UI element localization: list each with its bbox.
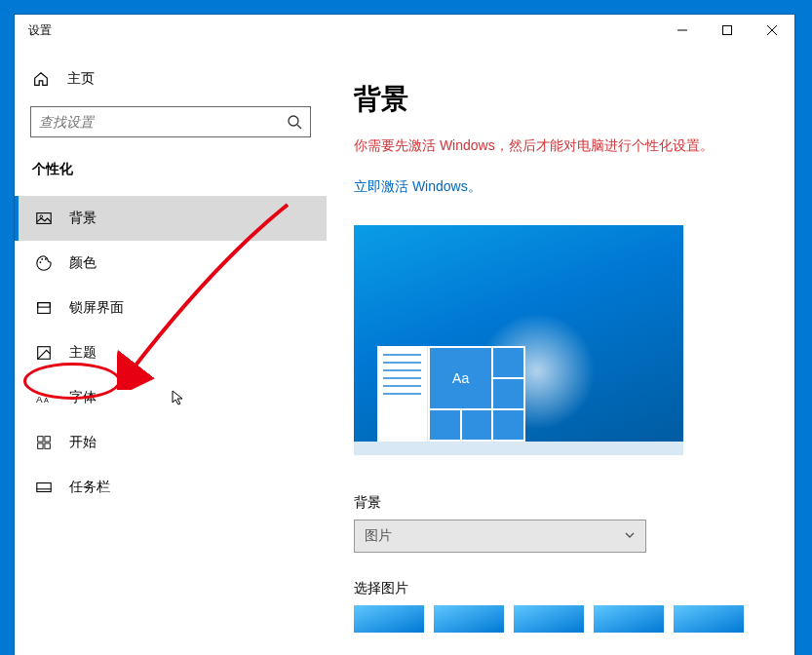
body-area: 主页 个性化 背景 (15, 46, 794, 655)
preview-taskbar (354, 442, 683, 455)
svg-text:A: A (36, 394, 43, 405)
taskbar-icon (34, 478, 54, 497)
wallpaper-thumb[interactable] (674, 605, 744, 633)
content-pane: 背景 你需要先激活 Windows，然后才能对电脑进行个性化设置。 立即激活 W… (327, 46, 794, 655)
preview-wallpaper: Aa (354, 225, 683, 455)
home-nav[interactable]: 主页 (15, 58, 327, 100)
activation-link[interactable]: 立即激活 Windows。 (354, 178, 767, 196)
sidebar-item-colors[interactable]: 颜色 (15, 241, 327, 286)
sidebar-item-label: 任务栏 (69, 479, 110, 496)
sidebar-item-themes[interactable]: 主题 (15, 330, 327, 375)
wallpaper-thumb[interactable] (514, 605, 584, 633)
svg-point-8 (40, 261, 42, 263)
svg-rect-6 (37, 213, 51, 224)
svg-rect-19 (45, 443, 50, 448)
minimize-button[interactable] (660, 15, 705, 46)
svg-line-5 (297, 125, 301, 129)
nav-list: 背景 颜色 锁屏界面 (15, 196, 327, 510)
preview-tile-text: Aa (430, 348, 491, 408)
sidebar-item-start[interactable]: 开始 (15, 420, 327, 465)
wallpaper-thumb[interactable] (594, 605, 664, 633)
home-icon (32, 70, 50, 88)
sidebar-item-label: 主题 (69, 344, 97, 362)
svg-rect-17 (45, 437, 50, 442)
close-button[interactable] (750, 15, 794, 46)
background-type-dropdown[interactable]: 图片 (354, 520, 646, 553)
search-input[interactable] (39, 114, 287, 130)
sidebar-item-label: 背景 (69, 210, 97, 227)
svg-rect-18 (38, 443, 43, 448)
chevron-down-icon (624, 528, 636, 544)
category-label: 个性化 (15, 137, 327, 188)
sidebar-item-lockscreen[interactable]: 锁屏界面 (15, 286, 327, 330)
home-label: 主页 (67, 70, 95, 88)
sidebar-item-label: 字体 (69, 389, 97, 406)
background-section-label: 背景 (354, 494, 767, 512)
svg-point-9 (41, 258, 43, 260)
maximize-button[interactable] (705, 15, 750, 46)
svg-rect-12 (38, 303, 51, 308)
settings-window: 设置 主页 (15, 15, 794, 655)
titlebar: 设置 (15, 15, 794, 46)
search-box[interactable] (30, 106, 311, 137)
sidebar-item-label: 锁屏界面 (69, 299, 124, 317)
start-icon (34, 433, 54, 452)
sidebar-item-fonts[interactable]: AA 字体 (15, 375, 327, 420)
window-controls (660, 15, 794, 46)
svg-rect-16 (38, 437, 43, 442)
svg-rect-11 (38, 303, 51, 314)
dropdown-value: 图片 (365, 527, 392, 545)
sidebar-item-label: 开始 (69, 434, 97, 451)
svg-point-7 (40, 215, 43, 218)
svg-point-10 (45, 258, 47, 260)
sidebar-item-taskbar[interactable]: 任务栏 (15, 465, 327, 510)
search-wrap (15, 100, 327, 137)
sidebar-item-label: 颜色 (69, 254, 97, 272)
font-icon: AA (34, 388, 54, 407)
picture-thumbnails (354, 605, 767, 633)
wallpaper-thumb[interactable] (434, 605, 504, 633)
preview-window: Aa (377, 346, 525, 442)
choose-picture-label: 选择图片 (354, 580, 767, 597)
svg-text:A: A (44, 396, 49, 405)
svg-point-4 (289, 116, 298, 126)
themes-icon (34, 343, 54, 363)
picture-icon (34, 209, 54, 228)
palette-icon (34, 253, 54, 273)
lockscreen-icon (34, 298, 54, 318)
svg-rect-1 (723, 26, 732, 35)
wallpaper-thumb[interactable] (354, 605, 424, 633)
sidebar: 主页 个性化 背景 (15, 46, 327, 655)
background-preview: Aa (354, 225, 683, 455)
window-title: 设置 (28, 22, 660, 39)
search-icon (287, 114, 302, 130)
sidebar-item-background[interactable]: 背景 (15, 196, 327, 241)
svg-rect-20 (37, 483, 51, 492)
page-title: 背景 (354, 81, 767, 118)
activation-warning: 你需要先激活 Windows，然后才能对电脑进行个性化设置。 (354, 137, 767, 155)
